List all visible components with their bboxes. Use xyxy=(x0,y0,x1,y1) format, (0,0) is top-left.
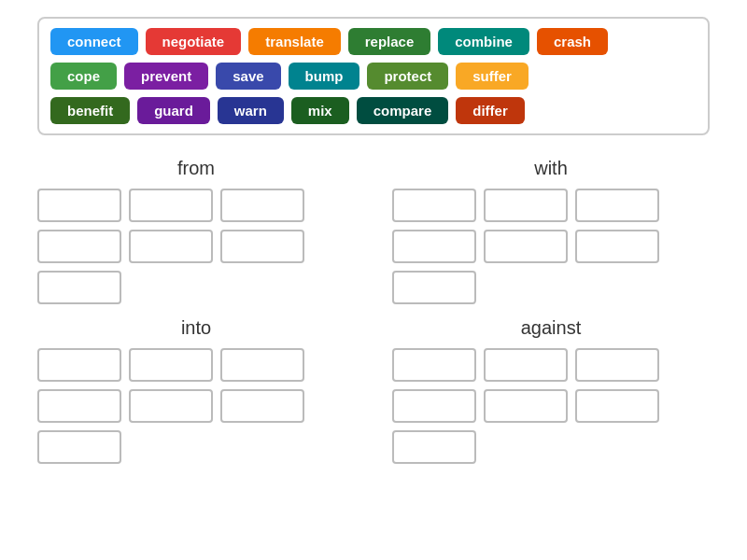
with-drop-row-2 xyxy=(392,230,659,263)
word-tile-suffer[interactable]: suffer xyxy=(456,63,529,90)
drop-box[interactable] xyxy=(392,389,476,423)
word-tile-differ[interactable]: differ xyxy=(456,97,525,124)
word-tile-replace[interactable]: replace xyxy=(348,28,431,55)
against-drop-row-1 xyxy=(392,348,659,382)
drop-box[interactable] xyxy=(129,230,213,263)
against-drop-row-2 xyxy=(392,389,659,423)
drop-box[interactable] xyxy=(220,230,304,263)
drop-box[interactable] xyxy=(129,389,213,423)
drop-box[interactable] xyxy=(220,389,304,423)
word-tile-save[interactable]: save xyxy=(216,63,280,90)
word-tile-cope[interactable]: cope xyxy=(50,63,117,90)
into-label: into xyxy=(37,317,355,339)
drop-box[interactable] xyxy=(575,389,659,423)
from-section: from xyxy=(19,145,374,304)
word-tile-translate[interactable]: translate xyxy=(248,28,341,55)
from-drop-row-2 xyxy=(37,230,304,263)
drop-box[interactable] xyxy=(392,430,476,464)
against-section: against xyxy=(374,304,728,464)
word-tile-warn[interactable]: warn xyxy=(218,97,284,124)
from-drop-row-3 xyxy=(37,271,121,304)
drop-box[interactable] xyxy=(484,348,568,382)
from-drop-grid xyxy=(37,189,355,304)
into-against-wrapper: into against xyxy=(19,304,728,464)
drop-box[interactable] xyxy=(392,230,476,263)
drop-box[interactable] xyxy=(37,348,121,382)
word-tile-protect[interactable]: protect xyxy=(367,63,448,90)
drop-box[interactable] xyxy=(575,230,659,263)
into-drop-row-2 xyxy=(37,389,304,423)
drop-box[interactable] xyxy=(37,430,121,464)
drop-box[interactable] xyxy=(484,230,568,263)
word-tile-negotiate[interactable]: negotiate xyxy=(146,28,242,55)
word-row-2: copepreventsavebumpprotectsuffer xyxy=(50,63,697,90)
drop-box[interactable] xyxy=(37,230,121,263)
word-bank: connectnegotiatetranslatereplacecombinec… xyxy=(37,17,710,135)
with-section: with xyxy=(374,145,728,304)
drop-box[interactable] xyxy=(37,271,121,304)
against-label: against xyxy=(392,317,710,339)
drop-box[interactable] xyxy=(220,189,304,222)
drop-box[interactable] xyxy=(220,348,304,382)
word-tile-mix[interactable]: mix xyxy=(291,97,349,124)
with-drop-row-3 xyxy=(392,271,476,304)
word-row-3: benefitguardwarnmixcomparediffer xyxy=(50,97,697,124)
word-tile-prevent[interactable]: prevent xyxy=(124,63,208,90)
against-drop-grid xyxy=(392,348,710,464)
categories-wrapper: from with xyxy=(19,145,728,304)
word-tile-crash[interactable]: crash xyxy=(537,28,608,55)
word-tile-benefit[interactable]: benefit xyxy=(50,97,130,124)
drop-box[interactable] xyxy=(575,189,659,222)
from-label: from xyxy=(37,158,355,179)
word-row-1: connectnegotiatetranslatereplacecombinec… xyxy=(50,28,697,55)
drop-box[interactable] xyxy=(392,348,476,382)
against-drop-row-3 xyxy=(392,430,476,464)
into-drop-grid xyxy=(37,348,355,464)
into-section: into xyxy=(19,304,374,464)
drop-box[interactable] xyxy=(484,189,568,222)
into-drop-row-1 xyxy=(37,348,304,382)
drop-box[interactable] xyxy=(392,271,476,304)
word-tile-compare[interactable]: compare xyxy=(357,97,449,124)
drop-box[interactable] xyxy=(129,348,213,382)
into-drop-row-3 xyxy=(37,430,121,464)
with-label: with xyxy=(392,158,710,179)
word-tile-connect[interactable]: connect xyxy=(50,28,138,55)
with-drop-grid xyxy=(392,189,710,304)
word-tile-guard[interactable]: guard xyxy=(137,97,210,124)
word-tile-bump[interactable]: bump xyxy=(289,63,360,90)
drop-box[interactable] xyxy=(575,348,659,382)
with-drop-row-1 xyxy=(392,189,659,222)
drop-box[interactable] xyxy=(484,389,568,423)
drop-box[interactable] xyxy=(37,389,121,423)
drop-box[interactable] xyxy=(129,189,213,222)
drop-box[interactable] xyxy=(392,189,476,222)
from-drop-row-1 xyxy=(37,189,304,222)
drop-box[interactable] xyxy=(37,189,121,222)
word-tile-combine[interactable]: combine xyxy=(438,28,529,55)
